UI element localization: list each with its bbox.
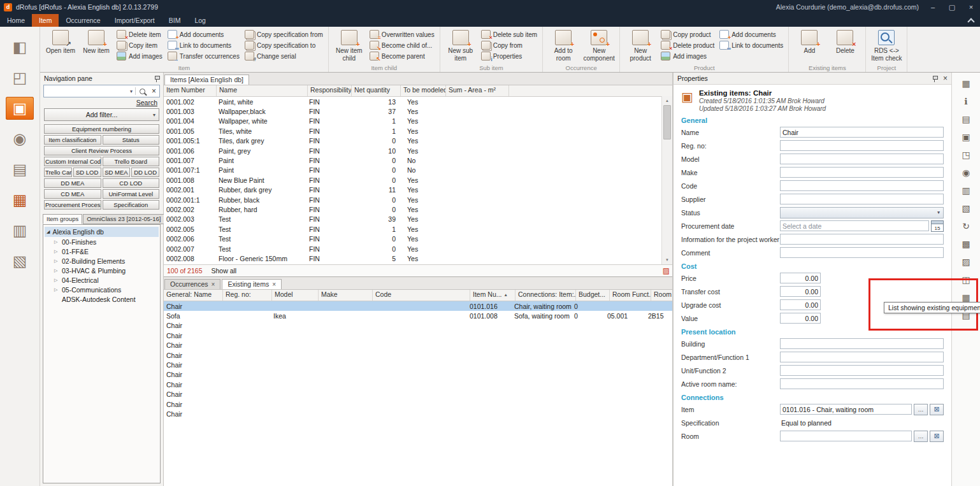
existing-item-row[interactable]: Chair — [164, 370, 672, 380]
pin-icon[interactable] — [154, 75, 160, 82]
column-header[interactable]: Item Number — [164, 85, 217, 96]
existing-item-row[interactable]: Chair — [164, 360, 672, 369]
copy-item-button[interactable]: Copy item — [115, 40, 164, 50]
copy-specification-to-button[interactable]: Copy specification to — [243, 40, 325, 50]
change-serial-button[interactable]: #Change serial — [243, 51, 325, 61]
item-row[interactable]: 0001.005:1 Tiles, dark grey FIN 0 Yes — [164, 136, 672, 146]
column-header[interactable]: To be modeled — [401, 85, 446, 96]
filter-button[interactable]: SD LOD — [73, 168, 101, 177]
filter-button[interactable]: Specification — [103, 200, 160, 210]
existing-item-row[interactable]: Sofa Ikea 0101.008 Sofa, waiting room 0 … — [164, 311, 672, 320]
minimize-icon[interactable]: – — [928, 3, 938, 11]
add-documents-button[interactable]: +Add documents — [166, 29, 241, 39]
ribbon-tab[interactable]: Occurrence — [59, 14, 107, 27]
existing-item-row[interactable]: Chair — [164, 399, 672, 409]
clear-room-button[interactable]: ⊠ — [930, 431, 944, 442]
filter-button[interactable]: Trello Card — [44, 168, 72, 177]
add-documents-button[interactable]: +Add documents — [717, 29, 785, 39]
existing-item-row[interactable]: Chair — [164, 321, 672, 331]
column-header[interactable]: Responsibility — [308, 85, 352, 96]
tree-item[interactable]: ▷ 03-HVAC & Plumbing — [43, 266, 160, 275]
ribbon-tab[interactable]: Item — [32, 14, 59, 27]
new-item-child-button[interactable]: + New item child — [332, 28, 366, 62]
tree-item[interactable]: ▷ 04-Electrical — [43, 275, 160, 285]
expand-icon[interactable]: ▷ — [54, 278, 59, 283]
become-child-of-button[interactable]: ↘Become child of... — [368, 40, 436, 50]
nav-tab[interactable]: OmniClass 23 [2012-05-16] — [83, 214, 164, 224]
calendar-icon[interactable]: 15 — [931, 220, 944, 232]
make-field[interactable] — [780, 167, 944, 178]
item-row[interactable]: 0002.005 Test FIN 1 Yes — [164, 224, 672, 234]
expand-icon[interactable]: ▷ — [54, 287, 59, 292]
item-row[interactable]: 0002.008 Floor - Generic 150mm FIN 5 Yes — [164, 254, 672, 263]
filter-button[interactable]: Custom Internal Code — [44, 157, 101, 166]
filter-button[interactable]: Trello Board — [103, 157, 160, 166]
close-tab-icon[interactable]: × — [272, 281, 276, 288]
collapse-icon[interactable]: ◢ — [47, 229, 50, 234]
item-data-icon[interactable]: ▣ — [959, 131, 973, 143]
filter-button[interactable]: UniFormat Level — [103, 189, 160, 199]
items-module-icon[interactable]: ▣ — [6, 97, 34, 120]
existing-item-row[interactable]: Chair — [164, 331, 672, 340]
filter-button[interactable]: Client Review Process — [44, 146, 159, 155]
project-worker-info-field[interactable] — [780, 234, 944, 245]
code-field[interactable] — [780, 180, 944, 191]
expand-icon[interactable]: ▷ — [54, 249, 59, 254]
search-input[interactable] — [44, 85, 127, 97]
model-field[interactable] — [780, 154, 944, 164]
filter-button[interactable]: Equipment numbering — [44, 124, 159, 134]
link-to-documents-button[interactable]: ∞Link to documents — [717, 40, 785, 50]
item-group-icon[interactable]: ◳ — [959, 149, 973, 161]
procurement-date-field[interactable] — [780, 220, 929, 231]
delete-item-button[interactable]: ×Delete item — [115, 29, 164, 39]
bottom-tab[interactable]: Occurrences × — [164, 279, 220, 289]
connection-item-field[interactable] — [780, 404, 912, 415]
column-header[interactable]: Connections: Item:... — [515, 290, 576, 301]
info-icon[interactable]: ℹ — [959, 96, 973, 107]
tree-item[interactable]: ▷ 01-FF&E — [43, 247, 160, 256]
delete-existing-item-button[interactable]: × Delete — [828, 28, 862, 55]
filter-button[interactable]: DD MEA — [44, 178, 101, 188]
ribbon-tab[interactable]: Import/Export — [108, 14, 162, 27]
browse-item-button[interactable]: … — [914, 404, 928, 415]
reg-no-field[interactable] — [780, 140, 944, 151]
item-row[interactable]: 0001.006 Paint, grey FIN 10 Yes — [164, 146, 672, 155]
copy-product-button[interactable]: Copy product — [659, 29, 716, 39]
column-header[interactable]: Name — [217, 85, 308, 96]
new-component-button[interactable]: + New component — [582, 28, 616, 62]
new-item-button[interactable]: + New item — [79, 28, 113, 55]
collapse-ribbon-icon[interactable] — [962, 14, 980, 27]
column-header[interactable]: Make — [319, 290, 373, 301]
become-parent-button[interactable]: ↖Become parent — [368, 51, 436, 61]
link-to-documents-button[interactable]: ∞Link to documents — [166, 40, 241, 50]
name-field[interactable] — [780, 127, 944, 138]
reports-module-icon[interactable]: ▥ — [6, 219, 34, 242]
item-row[interactable]: 0001.007 Paint FIN 0 No — [164, 155, 672, 165]
item-row[interactable]: 0002.003 Test FIN 39 Yes — [164, 215, 672, 224]
column-header[interactable]: Code — [373, 290, 470, 301]
existing-item-row[interactable]: Chair — [164, 380, 672, 389]
column-header[interactable]: Sum - Area - m² — [446, 85, 509, 96]
products-module-icon[interactable]: ◉ — [6, 127, 34, 150]
components-icon[interactable]: ▩ — [959, 238, 973, 250]
column-header[interactable]: Room Funct... — [610, 290, 651, 301]
column-header[interactable]: General: Name — [164, 290, 223, 301]
filter-button[interactable]: CD MEA — [44, 189, 101, 199]
tree-item[interactable]: ▷ ADSK-Autodesk Content — [43, 294, 160, 304]
item-row[interactable]: 0001.007:1 Paint FIN 0 No — [164, 166, 672, 175]
scroll-down-icon[interactable]: ▼ — [665, 255, 669, 264]
report-icon[interactable]: ▨ — [663, 266, 670, 275]
filter-button[interactable]: DD LOD — [131, 168, 159, 177]
copy-from-button[interactable]: Copy from — [479, 40, 539, 50]
price-field[interactable] — [780, 273, 821, 283]
tree-item[interactable]: ▷ 02-Building Elements — [43, 256, 160, 266]
tree-root-item[interactable]: ◢ Alexia English db — [45, 227, 159, 237]
building-field[interactable] — [780, 338, 944, 349]
documents-icon[interactable]: ▤ — [959, 113, 973, 125]
item-row[interactable]: 0002.001:1 Rubber, black FIN 0 Yes — [164, 195, 672, 204]
open-item-button[interactable]: ↗ Open item — [43, 28, 78, 55]
existing-item-row[interactable]: Chair 0101.016 Chair, waiting room 0 — [164, 301, 672, 311]
delete-sub-item-button[interactable]: ×Delete sub item — [479, 29, 539, 39]
connections-icon[interactable]: ▨ — [959, 256, 973, 268]
existing-item-row[interactable]: Chair — [164, 409, 672, 418]
